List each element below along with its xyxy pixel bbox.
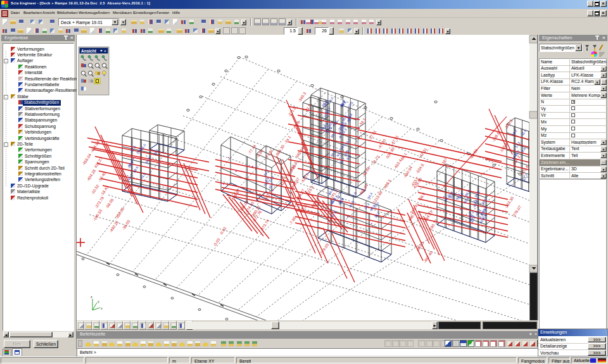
svg-text:x: x (101, 306, 103, 310)
svg-text:y: y (98, 299, 99, 303)
svg-text:z: z (91, 295, 92, 299)
svg-text:×: × (104, 49, 106, 53)
svg-text:Ansicht: Ansicht (81, 49, 97, 53)
